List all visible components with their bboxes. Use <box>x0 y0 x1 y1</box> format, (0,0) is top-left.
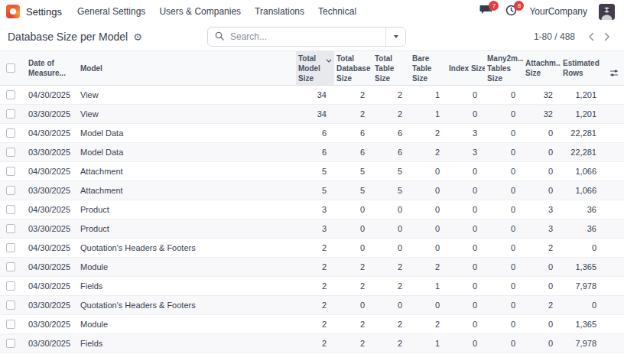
header-total-model-size[interactable]: Total Model Size <box>296 51 334 85</box>
search-icon <box>215 30 224 44</box>
cell-many2m-tables-size: 0 <box>485 224 523 233</box>
table-row[interactable]: 03/30/2025 Product 3 0 0 0 0 0 3 36 <box>0 219 624 239</box>
header-estimated-rows[interactable]: Estimated Rows <box>561 58 604 78</box>
menu-translations[interactable]: Translations <box>255 6 304 17</box>
cell-date-of-measure: 04/30/2025 <box>21 262 76 271</box>
header-index-size[interactable]: Index Size <box>447 63 485 73</box>
header-many2m-tables-size[interactable]: Many2m... Tables Size <box>485 54 523 83</box>
activities-button[interactable]: 8 <box>504 5 518 18</box>
cell-model: Product <box>76 224 296 233</box>
search-input[interactable] <box>229 31 379 43</box>
row-checkbox[interactable] <box>0 277 21 295</box>
cell-bare-table-size: 0 <box>410 205 447 214</box>
cell-date-of-measure: 03/30/2025 <box>21 148 76 157</box>
search-field-area[interactable] <box>208 28 385 46</box>
cell-total-table-size: 2 <box>372 320 410 329</box>
pager: 1-80 / 488 <box>534 28 615 45</box>
row-checkbox[interactable] <box>0 258 21 276</box>
cell-total-model-size: 34 <box>296 90 334 99</box>
cell-index-size: 0 <box>447 243 485 252</box>
table-row[interactable]: 04/30/2025 Model Data 6 6 6 2 3 0 0 22,2… <box>0 124 624 143</box>
pager-next-button[interactable] <box>599 28 615 45</box>
table-row[interactable]: 03/30/2025 Model Data 6 6 6 2 3 0 0 22,2… <box>0 143 624 162</box>
pager-previous-button[interactable] <box>583 28 599 45</box>
adjust-columns-button[interactable] <box>604 51 624 85</box>
table-row[interactable]: 04/30/2025 Module 2 2 2 2 0 0 0 1,365 <box>0 258 624 277</box>
row-checkbox[interactable] <box>0 296 21 314</box>
cell-total-table-size: 2 <box>372 90 410 99</box>
row-checkbox[interactable] <box>0 105 21 123</box>
row-checkbox[interactable] <box>0 239 21 257</box>
cell-many2m-tables-size: 0 <box>485 167 523 176</box>
table-row[interactable]: 03/30/2025 Fields 2 2 2 1 0 0 0 7,978 <box>0 334 624 353</box>
menu-general-settings[interactable]: General Settings <box>77 6 145 17</box>
table-row[interactable]: 04/30/2025 Fields 2 2 2 1 0 0 0 7,978 <box>0 277 624 296</box>
header-date-of-measure[interactable]: Date of Measure... <box>21 58 76 78</box>
cell-model: Quotation's Headers & Footers <box>76 301 296 310</box>
cell-index-size: 0 <box>447 186 485 195</box>
header-attachment-size[interactable]: Attachm... Size <box>523 58 561 78</box>
action-menu-gear-icon[interactable]: ⚙ <box>133 32 142 42</box>
cell-total-table-size: 2 <box>372 109 410 119</box>
cell-attachment-size: 0 <box>523 167 561 176</box>
menu-technical[interactable]: Technical <box>318 6 356 17</box>
cell-many2m-tables-size: 0 <box>485 128 523 138</box>
table-row[interactable]: 03/30/2025 View 34 2 2 1 0 0 32 1,201 <box>0 105 624 124</box>
row-checkbox[interactable] <box>0 86 21 104</box>
row-checkbox[interactable] <box>0 219 21 238</box>
header-total-database-size[interactable]: Total Database Size <box>334 54 372 83</box>
cell-bare-table-size: 0 <box>410 243 447 252</box>
row-checkbox[interactable] <box>0 315 21 333</box>
cell-total-table-size: 2 <box>372 281 410 291</box>
company-name[interactable]: YourCompany <box>529 6 587 17</box>
cell-model: Model Data <box>76 128 296 138</box>
header-model[interactable]: Model <box>76 63 296 73</box>
row-checkbox[interactable] <box>0 124 21 142</box>
table-row[interactable]: 04/30/2025 Product 3 0 0 0 0 0 3 36 <box>0 200 624 219</box>
row-checkbox[interactable] <box>0 162 21 180</box>
table-row[interactable]: 03/30/2025 Module 2 2 2 2 0 0 0 1,365 <box>0 315 624 334</box>
row-checkbox[interactable] <box>0 334 21 353</box>
cell-index-size: 0 <box>447 301 485 310</box>
select-all-checkbox[interactable] <box>0 51 21 85</box>
table-row[interactable]: 04/30/2025 View 34 2 2 1 0 0 32 1,201 <box>0 86 624 105</box>
messages-button[interactable]: 7 <box>479 5 492 18</box>
row-checkbox[interactable] <box>0 200 21 219</box>
cell-total-database-size: 6 <box>334 148 372 157</box>
header-total-table-size[interactable]: Total Table Size <box>372 54 410 83</box>
cell-total-database-size: 0 <box>334 301 372 310</box>
top-nav-bar: Settings General Settings Users & Compan… <box>0 0 624 23</box>
table-row[interactable]: 04/30/2025 Quotation's Headers & Footers… <box>0 239 624 258</box>
cell-total-table-size: 2 <box>372 262 410 271</box>
menu-users-companies[interactable]: Users & Companies <box>159 6 241 17</box>
cell-total-table-size: 5 <box>372 167 410 176</box>
table-row[interactable]: 04/30/2025 Attachment 5 5 5 0 0 0 0 1,06… <box>0 162 624 181</box>
cell-total-table-size: 2 <box>372 339 410 348</box>
row-checkbox[interactable] <box>0 181 21 200</box>
table-row[interactable]: 03/30/2025 Quotation's Headers & Footers… <box>0 296 624 315</box>
user-avatar[interactable] <box>599 4 615 20</box>
settings-app-icon[interactable] <box>6 5 20 18</box>
cell-total-model-size: 5 <box>296 167 334 176</box>
cell-date-of-measure: 03/30/2025 <box>21 320 76 329</box>
cell-many2m-tables-size: 0 <box>485 148 523 157</box>
control-panel: Database Size per Model ⚙ 1-80 / 488 <box>0 23 624 50</box>
cell-total-database-size: 0 <box>334 224 372 233</box>
cell-estimated-rows: 0 <box>561 243 604 252</box>
cell-bare-table-size: 1 <box>410 339 447 348</box>
cell-total-model-size: 5 <box>296 186 334 195</box>
row-checkbox[interactable] <box>0 143 21 161</box>
cell-index-size: 3 <box>447 128 485 138</box>
cell-attachment-size: 0 <box>523 186 561 195</box>
cell-bare-table-size: 0 <box>410 167 447 176</box>
adjust-columns-icon <box>609 69 619 80</box>
search-options-toggle[interactable] <box>385 28 405 46</box>
cell-date-of-measure: 04/30/2025 <box>21 90 76 99</box>
app-menu-button[interactable]: Settings <box>26 6 62 18</box>
page-title: Database Size per Model <box>8 31 128 43</box>
cell-attachment-size: 3 <box>523 224 561 233</box>
header-bare-table-size[interactable]: Bare Table Size <box>410 54 447 83</box>
cell-date-of-measure: 03/30/2025 <box>21 109 76 119</box>
cell-index-size: 0 <box>447 320 485 329</box>
table-row[interactable]: 03/30/2025 Attachment 5 5 5 0 0 0 0 1,06… <box>0 181 624 200</box>
